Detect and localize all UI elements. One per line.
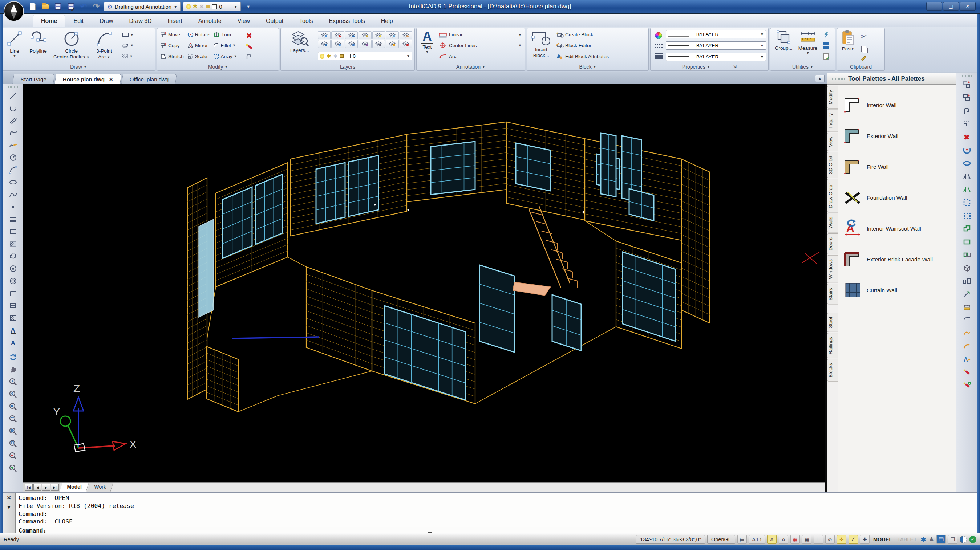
command-close-icon[interactable]: ✕: [7, 495, 11, 501]
palette-tab-stairs[interactable]: Stairs: [827, 284, 838, 305]
extend-icon[interactable]: [961, 288, 973, 300]
polyline-icon[interactable]: [7, 127, 19, 139]
dialog-launcher-icon[interactable]: ⇲: [733, 65, 737, 69]
maximize-button[interactable]: ▢: [943, 2, 959, 11]
toolbar-grip[interactable]: [8, 86, 18, 88]
zoom-in-icon[interactable]: [7, 462, 19, 474]
close-doc-icon[interactable]: ✕: [109, 76, 113, 83]
ellipse-icon[interactable]: [7, 176, 19, 188]
move-icon[interactable]: [961, 79, 973, 91]
windows-icon[interactable]: ❐: [948, 535, 958, 544]
palette-tab-inquiry[interactable]: Inquiry: [827, 109, 838, 132]
fillet-icon[interactable]: [961, 314, 973, 326]
ribbon-tab-express-tools[interactable]: Express Tools: [321, 15, 373, 27]
layer-tool-icon-5[interactable]: [372, 31, 385, 39]
save-as-icon[interactable]: [66, 2, 76, 12]
cut-icon[interactable]: ✂: [861, 32, 867, 41]
edit-curve-icon[interactable]: [961, 327, 973, 339]
audit-icon[interactable]: ✓: [823, 53, 829, 60]
panel-label-draw[interactable]: Draw▼: [2, 63, 155, 70]
rect-green-icon[interactable]: [961, 235, 973, 248]
rotate-icon[interactable]: [961, 144, 973, 156]
lwt-icon[interactable]: ✚: [860, 535, 870, 544]
ring-icon[interactable]: [7, 275, 19, 287]
hatch-icon[interactable]: [7, 312, 19, 324]
prev-layout-button[interactable]: ◀: [33, 484, 41, 491]
text-button[interactable]: A Text▼: [419, 29, 436, 62]
create-block-button[interactable]: Create Block: [555, 31, 646, 38]
explode-plus-icon[interactable]: [961, 379, 973, 391]
linetype-icon[interactable]: [655, 44, 663, 48]
tab-model[interactable]: Model: [60, 483, 89, 492]
color-select[interactable]: BYLAYER▼: [666, 30, 766, 38]
format-painter-icon[interactable]: [861, 56, 866, 60]
panel-label-annotation[interactable]: Annotation▼: [417, 63, 525, 70]
copy-clip-icon[interactable]: [861, 46, 866, 52]
block-editor-button[interactable]: Block Editor: [555, 42, 646, 49]
color-wheel-icon[interactable]: [655, 32, 662, 39]
wipeout-icon[interactable]: [7, 238, 19, 250]
layer-tool-icon-10[interactable]: [345, 40, 358, 48]
first-layout-button[interactable]: |◀: [25, 484, 33, 491]
array-icon[interactable]: [961, 196, 973, 208]
explode-icon[interactable]: [961, 366, 973, 378]
group-button[interactable]: Group...: [773, 29, 795, 62]
polar-icon[interactable]: ⊘: [825, 535, 835, 544]
erase-icon[interactable]: ✖: [961, 131, 973, 143]
redo-icon[interactable]: ↷: [91, 2, 101, 12]
boundary-icon[interactable]: [7, 299, 19, 312]
drawing-canvas[interactable]: ZYX |◀ ◀ ▶ ▶| Model Work: [23, 84, 825, 492]
save-icon[interactable]: [53, 2, 63, 12]
edit-text-icon[interactable]: A: [961, 353, 973, 365]
ribbon-tab-home[interactable]: Home: [33, 15, 65, 27]
rectangle-tool-button[interactable]: ▼: [121, 31, 140, 38]
offset-icon[interactable]: [961, 105, 973, 117]
palette-item-curtain-wall[interactable]: Curtain Wall: [840, 275, 953, 306]
ribbon-tab-output[interactable]: Output: [258, 15, 291, 27]
palette-item-foundation-wall[interactable]: Foundation Wall: [840, 182, 953, 213]
panel-label-properties[interactable]: Properties▼⇲: [651, 63, 768, 70]
arc-3pt-icon[interactable]: [7, 164, 19, 176]
ribbon-tab-view[interactable]: View: [229, 15, 258, 27]
lineweight-icon[interactable]: [655, 53, 663, 59]
panel-label-block[interactable]: Block▼: [527, 63, 648, 70]
layer-tool-icon-11[interactable]: [358, 40, 371, 48]
erase-icon[interactable]: ✖: [246, 32, 252, 40]
doc-tab-start-page[interactable]: Start Page: [12, 74, 55, 84]
mirror-button[interactable]: Mirror: [186, 42, 211, 49]
palette-tab-windows[interactable]: Windows: [827, 255, 838, 283]
regen-icon[interactable]: [7, 351, 19, 363]
zoom-out-icon[interactable]: [7, 450, 19, 462]
zoom-dynamic-icon[interactable]: [7, 413, 19, 425]
parallel-icon[interactable]: [7, 114, 19, 126]
mirror-3d-icon[interactable]: [961, 183, 973, 195]
ortho-icon[interactable]: ∟: [814, 535, 823, 544]
palette-tab-modify[interactable]: Modify: [827, 86, 838, 108]
open-file-icon[interactable]: [40, 2, 51, 12]
measure-button[interactable]: Measure▼: [796, 29, 820, 62]
close-button[interactable]: ✕: [960, 2, 976, 11]
copy-icon[interactable]: [961, 92, 973, 104]
layer-tool-icon-7[interactable]: [399, 31, 412, 39]
layer-tool-icon-8[interactable]: [318, 40, 331, 48]
hatch-tool-button[interactable]: ▼: [121, 52, 140, 60]
dim-center-button[interactable]: Center Lines▼: [437, 42, 523, 49]
move-button[interactable]: Move: [159, 31, 185, 38]
toolbar-grip[interactable]: [962, 75, 972, 76]
arc-3pt-button[interactable]: 3-Point Arc ▼: [93, 29, 115, 62]
cloud-icon[interactable]: [7, 250, 19, 262]
palette-tab-steel[interactable]: Steel: [827, 313, 838, 332]
panel-label-modify[interactable]: Modify▼: [157, 63, 278, 70]
annotation-scale-icon[interactable]: A 1:1: [749, 535, 765, 544]
mirror-icon[interactable]: [961, 170, 973, 182]
trim-button[interactable]: Trim: [212, 31, 238, 38]
rectangle-icon[interactable]: [7, 226, 19, 237]
edit-arc-icon[interactable]: [961, 340, 973, 352]
quick-select-icon[interactable]: [824, 32, 828, 38]
grid-icon[interactable]: ▦: [802, 535, 811, 544]
stretch-icon[interactable]: [961, 118, 973, 130]
line-icon[interactable]: [7, 90, 19, 102]
palette-tab-doors[interactable]: Doors: [827, 234, 838, 254]
command-expand-icon[interactable]: ▼: [6, 504, 12, 510]
ribbon-minimize-button[interactable]: ▲: [815, 75, 824, 82]
